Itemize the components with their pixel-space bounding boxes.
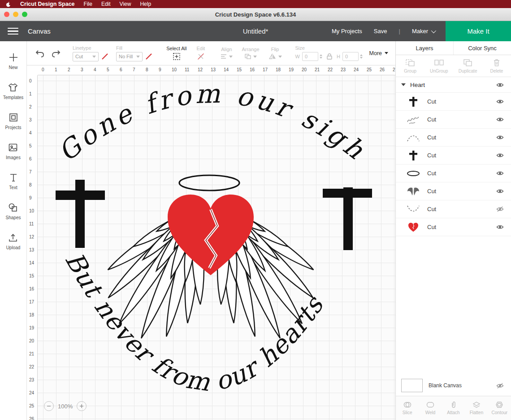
width-input[interactable] (302, 52, 318, 61)
menubar-app-name[interactable]: Cricut Design Space (20, 1, 75, 7)
layer-row-arc-up[interactable]: Cut (396, 129, 511, 147)
layer-row-arc-down[interactable]: Cut (396, 200, 511, 218)
sidebar-item-images[interactable]: Images (6, 142, 21, 160)
layer-row-wings[interactable]: Cut (396, 182, 511, 200)
menu-help[interactable]: Help (140, 1, 151, 7)
visibility-eye-icon[interactable] (496, 152, 504, 158)
layer-label: Cut (427, 116, 436, 123)
blank-canvas-row[interactable]: Blank Canvas (396, 375, 511, 396)
slice-button[interactable]: Slice (396, 396, 419, 420)
visibility-eye-off-icon[interactable] (496, 383, 504, 389)
weld-label: Weld (425, 410, 436, 415)
sidebar-item-templates[interactable]: Templates (3, 82, 24, 100)
ruler-number: 7 (29, 169, 32, 174)
close-window-button[interactable] (4, 12, 9, 17)
halo-shape[interactable] (179, 175, 239, 191)
redo-icon[interactable] (51, 49, 61, 58)
panel-tabs: Layers Color Sync (396, 41, 511, 55)
height-stepper[interactable] (360, 54, 363, 59)
sidebar-item-text[interactable]: Text (8, 172, 19, 190)
ungroup-label: UnGroup (430, 69, 448, 74)
more-button[interactable]: More (369, 50, 388, 56)
menu-view[interactable]: View (120, 1, 131, 7)
menu-file[interactable]: File (84, 1, 92, 7)
undo-icon[interactable] (35, 49, 45, 58)
ruler-number: 2 (68, 67, 70, 72)
visibility-eye-icon[interactable] (496, 188, 504, 194)
sidebar-item-upload[interactable]: Upload (6, 232, 21, 250)
ungroup-button[interactable]: UnGroup (424, 55, 453, 77)
visibility-eye-icon[interactable] (496, 82, 504, 88)
window-titlebar: Cricut Design Space v6.6.134 (0, 8, 511, 21)
make-it-button[interactable]: Make It (446, 21, 511, 41)
visibility-eye-icon[interactable] (496, 99, 504, 104)
ruler-number: 1 (55, 67, 57, 72)
attach-button[interactable]: Attach (442, 396, 465, 420)
layer-group-heart[interactable]: Heart (396, 77, 511, 93)
projects-frame-icon (8, 112, 19, 123)
disclosure-triangle-icon[interactable] (401, 83, 406, 86)
my-projects-link[interactable]: My Projects (332, 28, 362, 35)
layer-row-script-text[interactable]: Cut (396, 111, 511, 129)
height-input[interactable] (342, 52, 359, 61)
visibility-eye-icon[interactable] (496, 117, 504, 122)
dashed-arc-thumbnail-icon (406, 132, 421, 143)
sidebar-item-new[interactable]: New (8, 52, 19, 70)
hamburger-menu-icon[interactable] (0, 21, 26, 41)
zoom-level: 100% (58, 403, 73, 410)
flatten-button[interactable]: Flatten (465, 396, 488, 420)
width-stepper[interactable] (320, 54, 322, 59)
ruler-number: 18 (276, 67, 281, 72)
image-icon (8, 142, 18, 153)
center-column: Linetype Cut Fill No Fill (27, 41, 395, 420)
sidebar-item-shapes[interactable]: Shapes (6, 202, 21, 220)
menu-edit[interactable]: Edit (101, 1, 111, 7)
save-link[interactable]: Save (374, 28, 387, 35)
sidebar-label: Text (9, 185, 17, 190)
visibility-eye-icon[interactable] (496, 170, 504, 176)
linetype-select[interactable]: Cut (73, 52, 99, 61)
layer-row-halo[interactable]: Cut (396, 165, 511, 182)
design-canvas[interactable]: Gone from our sight (38, 75, 395, 420)
right-cross-shape[interactable] (323, 187, 372, 250)
design-artwork[interactable]: Gone from our sight (38, 75, 395, 419)
visibility-eye-off-icon[interactable] (496, 206, 504, 212)
weld-button[interactable]: Weld (419, 396, 442, 420)
zoom-out-button[interactable] (44, 401, 54, 411)
sidebar-item-projects[interactable]: Projects (5, 112, 21, 130)
layer-label: Cut (427, 224, 436, 230)
ruler-number: 6 (120, 67, 122, 72)
duplicate-button[interactable]: Duplicate (454, 55, 482, 77)
lock-icon[interactable] (326, 53, 333, 60)
canvas-color-swatch[interactable] (401, 379, 423, 392)
linetype-swatch-icon[interactable] (101, 52, 109, 61)
ruler-number: 20 (302, 67, 307, 72)
layer-label: Cut (427, 170, 436, 177)
fill-select[interactable]: No Fill (116, 52, 143, 61)
edit-icon (197, 52, 205, 61)
select-all-label[interactable]: Select All (166, 46, 186, 51)
fill-swatch-icon[interactable] (145, 52, 153, 61)
apple-logo-icon[interactable] (5, 1, 11, 7)
tab-color-sync[interactable]: Color Sync (453, 41, 511, 55)
ruler-number: 4 (94, 67, 96, 72)
layer-row-cross-1[interactable]: Cut (396, 93, 511, 111)
layer-row-cross-2[interactable]: Cut (396, 147, 511, 165)
top-arc-text[interactable]: Gone from our sight (38, 75, 370, 168)
layer-actions: Group UnGroup Duplicate Delete (396, 55, 511, 77)
visibility-eye-icon[interactable] (496, 224, 504, 230)
machine-selector[interactable]: Maker (412, 28, 435, 35)
tab-layers[interactable]: Layers (396, 41, 453, 55)
delete-button[interactable]: Delete (482, 55, 511, 77)
visibility-eye-icon[interactable] (496, 134, 504, 140)
left-cross-shape[interactable] (56, 180, 105, 248)
sidebar-label: Upload (6, 245, 21, 250)
zoom-window-button[interactable] (22, 12, 27, 17)
contour-button[interactable]: Contour (488, 396, 511, 420)
layer-label: Cut (427, 206, 436, 212)
layer-row-heart[interactable]: Cut (396, 218, 511, 236)
group-button[interactable]: Group (396, 55, 424, 77)
minimize-window-button[interactable] (13, 12, 18, 17)
select-all-icon[interactable] (173, 52, 181, 61)
zoom-in-button[interactable] (77, 401, 87, 411)
